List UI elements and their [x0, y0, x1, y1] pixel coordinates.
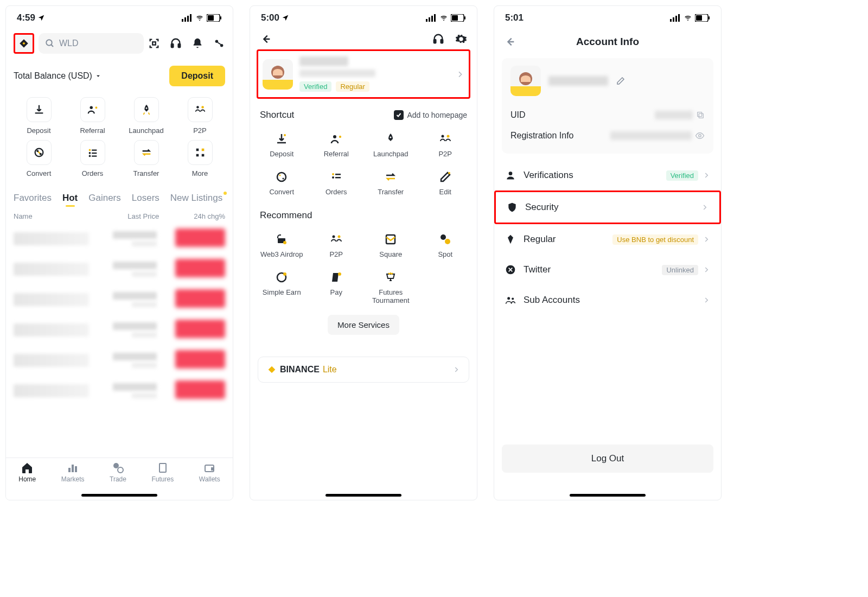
people-icon	[505, 295, 516, 306]
rec-pay[interactable]: Pay	[310, 266, 363, 308]
svg-point-52	[441, 135, 444, 138]
app-logo-button[interactable]	[14, 33, 34, 54]
tab-home[interactable]: Home	[18, 461, 36, 500]
shortcut-convert[interactable]: Convert	[14, 140, 64, 177]
home-indicator	[570, 494, 646, 497]
account-menu-list: Verifications Verified Security Regular …	[494, 160, 721, 315]
tab-new-listings[interactable]: New Listings	[170, 193, 222, 204]
tab-losers[interactable]: Losers	[132, 193, 159, 204]
svg-point-67	[441, 234, 446, 240]
svg-point-83	[509, 172, 513, 175]
back-button[interactable]	[260, 33, 272, 45]
svg-rect-24	[92, 150, 97, 151]
account-name-redacted	[548, 76, 608, 86]
phone-screen-home: 4:59 WLD Total Balance (USD)	[5, 5, 233, 500]
profile-card[interactable]: Verified Regular	[257, 49, 470, 99]
shortcut-transfer[interactable]: Transfer	[121, 140, 171, 177]
svg-point-16	[90, 106, 93, 110]
menu-verifications[interactable]: Verifications Verified	[494, 160, 721, 190]
search-placeholder: WLD	[59, 39, 79, 48]
status-bar: 4:59	[6, 6, 233, 30]
bell-icon[interactable]	[192, 37, 203, 49]
shortcut-referral[interactable]: Referral	[310, 128, 363, 162]
home-indicator	[81, 494, 157, 497]
svg-point-54	[277, 173, 286, 181]
market-row[interactable]	[14, 224, 225, 254]
recommend-grid: Web3 Airdrop P2P Square Spot Simple Earn…	[250, 225, 477, 308]
shortcut-edit[interactable]: Edit	[419, 166, 472, 200]
shortcut-launchpad[interactable]: Launchpad	[121, 97, 171, 135]
rec-spot[interactable]: Spot	[419, 228, 472, 262]
svg-point-55	[279, 174, 281, 176]
svg-point-61	[448, 172, 450, 174]
rec-futures-tournament[interactable]: Futures Tournament	[365, 266, 417, 308]
market-column-headers: Name Last Price 24h chg%	[6, 207, 233, 224]
account-summary-card: UID Registration Info	[502, 58, 713, 154]
market-list	[6, 224, 233, 406]
shortcut-orders[interactable]: Orders	[310, 166, 363, 200]
menu-regular[interactable]: Regular Use BNB to get discount	[494, 224, 721, 255]
svg-rect-5	[208, 15, 214, 21]
shortcut-convert[interactable]: Convert	[256, 166, 308, 200]
svg-rect-78	[696, 15, 702, 21]
shortcut-p2p[interactable]: P2P	[175, 97, 225, 135]
market-row[interactable]	[14, 345, 225, 376]
shortcut-transfer[interactable]: Transfer	[365, 166, 417, 200]
menu-security[interactable]: Security	[494, 190, 721, 224]
tab-gainers[interactable]: Gainers	[88, 193, 121, 204]
rec-square[interactable]: Square	[365, 228, 417, 262]
svg-point-27	[88, 155, 91, 157]
tab-hot[interactable]: Hot	[62, 193, 78, 204]
binance-lite-card[interactable]: BINANCE Lite	[258, 357, 469, 383]
search-input[interactable]: WLD	[39, 33, 144, 54]
svg-point-82	[699, 135, 701, 137]
svg-rect-47	[434, 40, 436, 43]
shortcut-more[interactable]: More	[175, 140, 225, 177]
tab-wallets[interactable]: Wallets	[199, 461, 220, 500]
svg-rect-38	[159, 463, 166, 472]
menu-sub-accounts[interactable]: Sub Accounts	[494, 285, 721, 315]
shortcut-deposit[interactable]: Deposit	[256, 128, 308, 162]
copy-icon[interactable]	[696, 111, 705, 119]
market-row[interactable]	[14, 315, 225, 345]
deposit-button[interactable]: Deposit	[169, 66, 225, 86]
menu-twitter[interactable]: Twitter Unlinked	[494, 255, 721, 285]
status-bar: 5:01	[494, 6, 721, 30]
tab-markets[interactable]: Markets	[61, 461, 85, 500]
page-title: Account Info	[494, 36, 721, 48]
tab-favorites[interactable]: Favorites	[14, 193, 52, 204]
rec-simple-earn[interactable]: Simple Earn	[256, 266, 308, 308]
more-services-button[interactable]: More Services	[328, 315, 399, 335]
shortcut-referral[interactable]: Referral	[67, 97, 118, 135]
shortcut-p2p[interactable]: P2P	[419, 128, 472, 162]
chevron-right-icon	[456, 70, 464, 79]
market-row[interactable]	[14, 254, 225, 284]
status-icons	[182, 14, 222, 22]
headset-icon[interactable]	[170, 37, 182, 49]
shortcut-grid: Deposit Referral Launchpad P2P Convert O…	[6, 92, 233, 183]
balance-label[interactable]: Total Balance (USD)	[14, 71, 102, 81]
add-to-homepage-toggle[interactable]: Add to homepage	[394, 110, 467, 120]
svg-point-23	[88, 149, 91, 151]
shortcut-launchpad[interactable]: Launchpad	[365, 128, 417, 162]
logout-button[interactable]: Log Out	[502, 444, 713, 473]
svg-rect-11	[152, 42, 156, 45]
settings-icon[interactable]	[455, 33, 467, 45]
svg-point-21	[37, 150, 38, 151]
svg-point-57	[332, 173, 334, 175]
recommend-section-title: Recommend	[260, 210, 312, 221]
market-row[interactable]	[14, 376, 225, 406]
shortcut-deposit[interactable]: Deposit	[14, 97, 64, 135]
svg-rect-1	[184, 17, 186, 22]
eye-icon[interactable]	[695, 131, 705, 141]
edit-icon[interactable]	[616, 76, 626, 86]
rec-web3-airdrop[interactable]: Web3 Airdrop	[256, 228, 308, 262]
shortcut-orders[interactable]: Orders	[67, 140, 118, 177]
wallet-action-icon[interactable]	[213, 37, 225, 49]
svg-rect-12	[171, 44, 174, 47]
market-row[interactable]	[14, 284, 225, 315]
scan-icon[interactable]	[148, 37, 160, 49]
rec-p2p[interactable]: P2P	[310, 228, 363, 262]
svg-point-53	[446, 135, 449, 138]
headset-icon[interactable]	[432, 33, 444, 45]
